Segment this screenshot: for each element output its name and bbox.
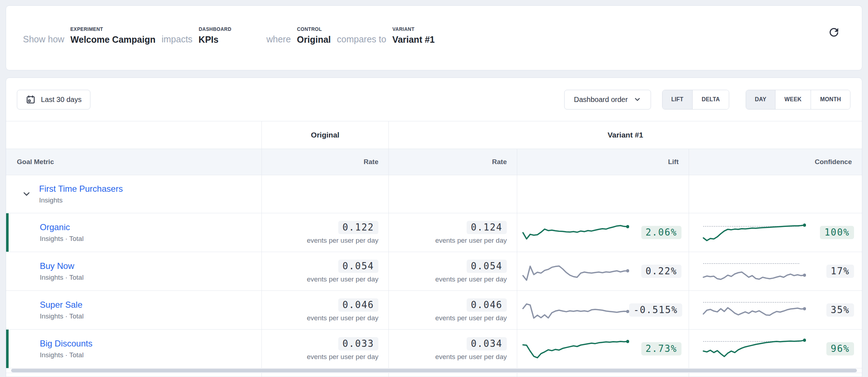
date-range-label: Last 30 days bbox=[41, 96, 81, 104]
mode-option-lift[interactable]: LIFT bbox=[662, 90, 692, 109]
confidence-sparkline bbox=[702, 258, 806, 285]
original-rate-cell: 0.046 events per user per day bbox=[262, 291, 389, 330]
confidence-cell: 100% bbox=[689, 213, 862, 252]
empty-cell bbox=[517, 373, 689, 377]
column-header-original-rate: Rate bbox=[262, 149, 389, 175]
metric-cell: Big Discounts Insights · Total bbox=[6, 330, 262, 368]
metric-subtitle: Insights · Total bbox=[40, 274, 84, 281]
refresh-icon bbox=[827, 26, 840, 39]
rate-value: 0.034 bbox=[467, 337, 507, 350]
rate-unit: events per user per day bbox=[307, 275, 378, 283]
refresh-button[interactable] bbox=[827, 25, 841, 39]
collapse-button[interactable] bbox=[20, 187, 33, 201]
chevron-down-icon bbox=[21, 188, 32, 199]
metric-link[interactable]: Big Discounts bbox=[40, 339, 93, 349]
query-segment-control: where CONTROL Original bbox=[266, 26, 331, 45]
query-sentence: Show how EXPERIMENT Welcome Campaign imp… bbox=[23, 26, 435, 45]
original-rate-cell: 0.122 events per user per day bbox=[262, 213, 389, 252]
lift-sparkline bbox=[522, 297, 629, 324]
variant-rate-cell: 0.124 events per user per day bbox=[389, 213, 517, 252]
metric-link[interactable]: Buy Now bbox=[40, 261, 84, 271]
lift-value: -0.515% bbox=[629, 303, 682, 317]
dashboard-order-dropdown[interactable]: Dashboard order bbox=[564, 90, 651, 110]
lift-sparkline bbox=[522, 219, 629, 246]
rate-value: 0.033 bbox=[338, 337, 378, 350]
experiment-value[interactable]: Welcome Campaign bbox=[70, 34, 155, 45]
group-header-variant: Variant #1 bbox=[389, 121, 862, 149]
table-row-parent: First Time Purchasers Insights bbox=[6, 175, 862, 213]
chevron-down-icon bbox=[633, 96, 641, 103]
table-row: Buy Now Insights · Total 0.054 events pe… bbox=[6, 252, 862, 291]
rate-value: 0.046 bbox=[338, 298, 378, 312]
variant-rate-cell: 0.034 events per user per day bbox=[389, 330, 517, 368]
query-segment-experiment: Show how EXPERIMENT Welcome Campaign bbox=[23, 26, 155, 45]
column-header-variant-rate: Rate bbox=[389, 149, 517, 175]
lift-sparkline bbox=[522, 258, 629, 285]
metric-cell: Organic Insights · Total bbox=[6, 213, 262, 252]
calendar-icon bbox=[26, 95, 36, 104]
granularity-option-day[interactable]: DAY bbox=[746, 90, 775, 109]
lift-sparkline bbox=[522, 335, 629, 363]
column-header-lift: Lift bbox=[517, 149, 689, 175]
rate-unit: events per user per day bbox=[435, 353, 507, 361]
rate-value: 0.054 bbox=[338, 260, 378, 273]
metric-link[interactable]: Super Sale bbox=[40, 300, 84, 310]
rate-unit: events per user per day bbox=[435, 237, 507, 245]
query-prefix: compares to bbox=[337, 34, 386, 45]
variant-rate-cell: 0.054 events per user per day bbox=[389, 252, 517, 291]
dashboard-value[interactable]: KPIs bbox=[199, 34, 235, 45]
empty-cell bbox=[689, 373, 862, 377]
rate-value: 0.124 bbox=[467, 221, 507, 234]
query-segment-variant: compares to VARIANT Variant #1 bbox=[337, 26, 435, 45]
rate-value: 0.122 bbox=[338, 221, 378, 234]
table-row-partial bbox=[6, 373, 862, 377]
variant-value[interactable]: Variant #1 bbox=[392, 34, 435, 45]
mode-option-delta[interactable]: DELTA bbox=[692, 90, 729, 109]
column-header-goal-metric: Goal Metric bbox=[6, 149, 262, 175]
lift-cell: -0.515% bbox=[517, 291, 689, 330]
column-header-confidence: Confidence bbox=[689, 149, 862, 175]
report-toolbar: Last 30 days Dashboard order LIFT DELTA … bbox=[6, 78, 862, 121]
metric-subtitle: Insights · Total bbox=[40, 235, 84, 243]
confidence-sparkline bbox=[702, 335, 806, 363]
confidence-value: 17% bbox=[826, 265, 854, 278]
query-segment-dashboard: impacts DASHBOARD KPIs bbox=[161, 26, 235, 45]
control-label: CONTROL bbox=[297, 26, 327, 32]
rate-value: 0.046 bbox=[467, 298, 507, 312]
lift-cell: 2.06% bbox=[517, 213, 689, 252]
date-range-button[interactable]: Last 30 days bbox=[17, 90, 90, 110]
table-row: Super Sale Insights · Total 0.046 events… bbox=[6, 291, 862, 330]
confidence-value: 96% bbox=[826, 342, 854, 355]
table-row: Big Discounts Insights · Total 0.033 eve… bbox=[6, 330, 862, 368]
confidence-sparkline bbox=[702, 219, 806, 246]
granularity-toggle: DAY WEEK MONTH bbox=[746, 90, 850, 110]
confidence-cell: 96% bbox=[689, 330, 862, 368]
rate-unit: events per user per day bbox=[307, 353, 378, 361]
granularity-option-month[interactable]: MONTH bbox=[811, 90, 850, 109]
metric-link[interactable]: First Time Purchasers bbox=[39, 184, 123, 194]
query-prefix: where bbox=[266, 34, 291, 45]
empty-cell bbox=[262, 373, 389, 377]
metric-subtitle: Insights · Total bbox=[40, 312, 84, 320]
confidence-cell: 17% bbox=[689, 252, 862, 291]
group-header-original: Original bbox=[262, 121, 389, 149]
query-prefix: Show how bbox=[23, 34, 64, 45]
rate-unit: events per user per day bbox=[307, 314, 378, 322]
empty-cell bbox=[689, 175, 862, 213]
empty-cell bbox=[389, 373, 517, 377]
lift-value: 0.22% bbox=[641, 265, 681, 278]
empty-cell bbox=[517, 175, 689, 213]
table-group-header-row: Original Variant #1 bbox=[6, 121, 862, 149]
confidence-value: 35% bbox=[826, 303, 854, 317]
confidence-cell: 35% bbox=[689, 291, 862, 330]
horizontal-scrollbar[interactable] bbox=[11, 369, 857, 372]
metric-link[interactable]: Organic bbox=[40, 222, 84, 233]
control-value[interactable]: Original bbox=[297, 34, 331, 45]
granularity-option-week[interactable]: WEEK bbox=[775, 90, 811, 109]
metric-cell: Buy Now Insights · Total bbox=[6, 252, 262, 291]
metric-subtitle: Insights bbox=[39, 196, 123, 204]
toolbar-right-group: Dashboard order LIFT DELTA DAY WEEK MONT… bbox=[564, 90, 850, 110]
mode-toggle: LIFT DELTA bbox=[662, 90, 729, 110]
report-card: Last 30 days Dashboard order LIFT DELTA … bbox=[6, 78, 862, 377]
dashboard-label: DASHBOARD bbox=[199, 26, 231, 32]
